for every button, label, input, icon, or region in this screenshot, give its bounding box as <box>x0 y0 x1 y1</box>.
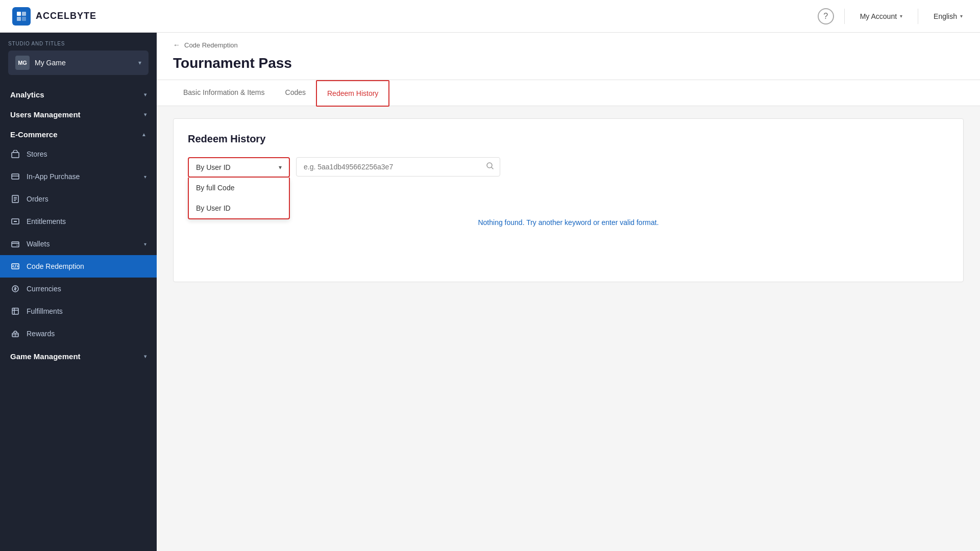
section-title: Redeem History <box>188 133 949 145</box>
entitlements-item-left: Entitlements <box>10 216 66 227</box>
analytics-chevron-icon: ▾ <box>144 92 146 97</box>
ecommerce-label: E-Commerce <box>10 130 58 139</box>
tab-codes[interactable]: Codes <box>275 80 316 106</box>
svg-rect-8 <box>12 242 19 247</box>
filter-dropdown-menu: By full Code By User ID <box>188 178 290 219</box>
sidebar-item-rewards[interactable]: Rewards <box>0 322 157 345</box>
fulfillments-item-left: Fulfillments <box>10 306 63 316</box>
selected-filter-label: By User ID <box>196 163 231 171</box>
orders-icon <box>10 194 20 204</box>
svg-rect-2 <box>17 17 21 21</box>
sidebar-item-game-management[interactable]: Game Management ▾ <box>0 345 157 365</box>
sidebar-item-code-redemption[interactable]: Code Redemption <box>0 255 157 278</box>
page-title: Tournament Pass <box>173 55 964 71</box>
currencies-icon <box>10 284 20 294</box>
tab-redeem-history[interactable]: Redeem History <box>316 80 389 107</box>
account-chevron-icon: ▾ <box>900 13 902 19</box>
fulfillments-label: Fulfillments <box>27 307 63 315</box>
help-button[interactable]: ? <box>818 8 834 24</box>
filter-option-user-id[interactable]: By User ID <box>189 198 289 218</box>
orders-item-left: Orders <box>10 194 48 204</box>
empty-state: Nothing found. Try another keyword or en… <box>188 178 949 267</box>
rewards-item-left: Rewards <box>10 329 55 339</box>
language-button[interactable]: English ▾ <box>928 9 968 23</box>
svg-rect-4 <box>12 153 19 158</box>
filter-row: By User ID ▾ By full Code By User ID <box>188 157 949 178</box>
lang-separator <box>918 9 918 24</box>
svg-rect-12 <box>12 308 18 314</box>
wallets-item-left: Wallets <box>10 239 50 249</box>
rewards-icon <box>10 329 20 339</box>
stores-item-left: Stores <box>10 149 47 159</box>
svg-rect-3 <box>22 17 26 21</box>
sidebar-item-orders[interactable]: Orders <box>0 188 157 210</box>
my-account-button[interactable]: My Account ▾ <box>855 9 908 23</box>
logo-icon <box>12 7 31 26</box>
studio-label: STUDIO AND TITLES <box>8 41 149 46</box>
tabs-bar: Basic Information & Items Codes Redeem H… <box>157 80 980 106</box>
redeem-history-card: Redeem History By User ID ▾ By full Code <box>173 118 964 282</box>
users-management-label: Users Management <box>10 110 81 119</box>
filter-dropdown-trigger[interactable]: By User ID ▾ <box>188 157 290 178</box>
svg-rect-0 <box>17 12 21 16</box>
my-account-label: My Account <box>860 12 897 20</box>
sidebar-item-wallets[interactable]: Wallets ▾ <box>0 233 157 255</box>
wallets-label: Wallets <box>27 240 50 248</box>
dropdown-chevron-icon: ▾ <box>279 164 282 171</box>
sidebar-item-ecommerce[interactable]: E-Commerce ▲ <box>0 123 157 143</box>
game-chevron-icon: ▾ <box>144 354 146 359</box>
language-label: English <box>934 12 957 20</box>
currencies-label: Currencies <box>27 285 61 293</box>
tab-basic-info[interactable]: Basic Information & Items <box>173 80 275 106</box>
filter-option-full-code[interactable]: By full Code <box>189 178 289 198</box>
stores-icon <box>10 149 20 159</box>
logo-area: ACCELBYTE <box>12 7 96 26</box>
language-chevron-icon: ▾ <box>960 13 963 19</box>
search-input[interactable] <box>296 157 500 177</box>
svg-rect-1 <box>22 12 26 16</box>
rewards-label: Rewards <box>27 330 55 338</box>
sidebar-item-in-app-purchase[interactable]: In-App Purchase ▾ <box>0 165 157 188</box>
entitlements-label: Entitlements <box>27 217 66 226</box>
wallets-icon <box>10 239 20 249</box>
purchase-item-left: In-App Purchase <box>10 171 80 182</box>
breadcrumb-arrow-icon: ← <box>173 41 180 49</box>
breadcrumb-parent: Code Redemption <box>184 41 238 49</box>
code-item-left: Code Redemption <box>10 261 84 271</box>
game-management-label: Game Management <box>10 352 81 361</box>
studio-selector[interactable]: MG My Game ▾ <box>8 51 149 75</box>
page-header: ← Code Redemption Tournament Pass <box>157 33 980 80</box>
studio-chevron-icon: ▾ <box>138 59 141 66</box>
svg-rect-5 <box>12 174 19 179</box>
search-input-wrapper <box>296 157 500 177</box>
sidebar-item-users-management[interactable]: Users Management ▾ <box>0 103 157 123</box>
sidebar-item-fulfillments[interactable]: Fulfillments <box>0 300 157 322</box>
wallets-chevron-icon: ▾ <box>144 241 146 247</box>
main-content: ← Code Redemption Tournament Pass Basic … <box>157 33 980 551</box>
users-chevron-icon: ▾ <box>144 112 146 117</box>
purchase-icon <box>10 171 20 182</box>
empty-message: Nothing found. Try another keyword or en… <box>478 218 658 227</box>
sidebar: STUDIO AND TITLES MG My Game ▾ Analytics… <box>0 0 157 551</box>
breadcrumb[interactable]: ← Code Redemption <box>173 41 964 49</box>
stores-label: Stores <box>27 150 47 158</box>
sidebar-item-stores[interactable]: Stores <box>0 143 157 165</box>
entitlements-icon <box>10 216 20 227</box>
content-area: Redeem History By User ID ▾ By full Code <box>157 106 980 294</box>
purchase-label: In-App Purchase <box>27 172 80 181</box>
filter-dropdown-wrapper: By User ID ▾ By full Code By User ID <box>188 157 290 178</box>
studio-selector-left: MG My Game <box>15 56 66 70</box>
code-redemption-icon <box>10 261 20 271</box>
code-redemption-label: Code Redemption <box>27 262 84 270</box>
studio-name: My Game <box>35 59 66 67</box>
orders-label: Orders <box>27 195 48 203</box>
sidebar-item-currencies[interactable]: Currencies <box>0 278 157 300</box>
nav-section: Analytics ▾ Users Management ▾ E-Commerc… <box>0 79 157 369</box>
svg-point-9 <box>17 245 18 246</box>
sidebar-item-entitlements[interactable]: Entitlements <box>0 210 157 233</box>
search-button[interactable] <box>486 162 494 172</box>
analytics-label: Analytics <box>10 90 44 99</box>
sidebar-item-analytics[interactable]: Analytics ▾ <box>0 83 157 103</box>
logo-text: ACCELBYTE <box>36 11 96 21</box>
top-header: ACCELBYTE ? My Account ▾ English ▾ <box>0 0 980 33</box>
